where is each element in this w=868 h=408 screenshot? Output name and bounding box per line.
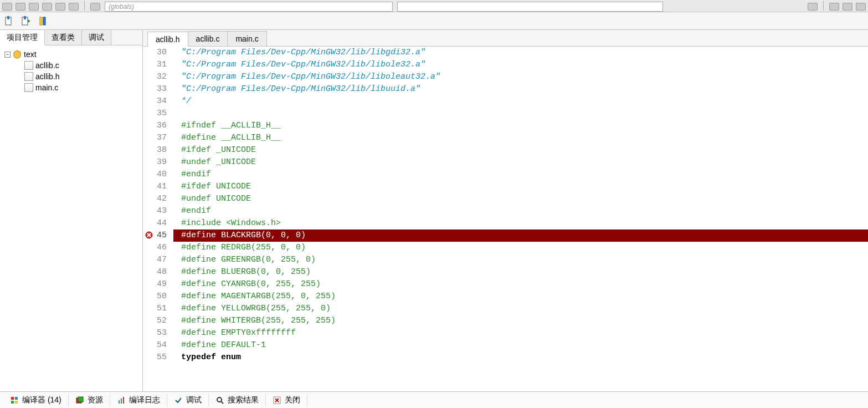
code-line[interactable]: 45#define BLACKRGB(0, 0, 0) — [143, 230, 868, 242]
code-line[interactable]: 38#ifdef _UNICODE — [143, 144, 868, 156]
editor-tab-acllib_h[interactable]: acllib.h — [147, 32, 188, 47]
code-text[interactable]: #define EMPTY0xffffffff — [173, 327, 868, 339]
toolbar-icon[interactable] — [42, 3, 52, 11]
editor-tab-acllib_c[interactable]: acllib.c — [188, 31, 228, 46]
gutter[interactable]: 31 — [143, 59, 173, 71]
code-line[interactable]: 35 — [143, 108, 868, 120]
code-text[interactable]: "C:/Program Files/Dev-Cpp/MinGW32/lib/li… — [173, 83, 868, 95]
toolbar-icon[interactable] — [55, 3, 65, 11]
code-text[interactable]: #include <Windows.h> — [173, 217, 868, 230]
gutter[interactable]: 30 — [143, 47, 173, 59]
code-text[interactable]: "C:/Program Files/Dev-Cpp/MinGW32/lib/li… — [173, 59, 868, 71]
tree-file[interactable]: acllib.c — [2, 60, 140, 71]
code-line[interactable]: 42#undef UNICODE — [143, 193, 868, 205]
code-text[interactable]: #define BLUERGB(0, 0, 255) — [173, 266, 868, 278]
gutter[interactable]: 32 — [143, 71, 173, 83]
toolbar-icon[interactable] — [829, 3, 839, 11]
code-line[interactable]: 32"C:/Program Files/Dev-Cpp/MinGW32/lib/… — [143, 71, 868, 83]
prev-bookmark-button[interactable] — [20, 15, 32, 27]
code-text[interactable]: #ifndef __ACLLIB_H__ — [173, 120, 868, 132]
toolbar-icon[interactable] — [29, 3, 39, 11]
gutter[interactable]: 47 — [143, 254, 173, 266]
code-text[interactable]: "C:/Program Files/Dev-Cpp/MinGW32/lib/li… — [173, 47, 868, 59]
gutter[interactable]: 49 — [143, 278, 173, 290]
gutter[interactable]: 52 — [143, 315, 173, 327]
toolbar-icon[interactable] — [90, 3, 100, 11]
code-text[interactable]: #define BLACKRGB(0, 0, 0) — [173, 230, 868, 242]
gutter[interactable]: 46 — [143, 242, 173, 254]
code-text[interactable]: #define WHITERGB(255, 255, 255) — [173, 315, 868, 327]
code-text[interactable]: #define DEFAULT-1 — [173, 339, 868, 351]
code-line[interactable]: 50#define MAGENTARGB(255, 0, 255) — [143, 290, 868, 303]
code-line[interactable]: 44#include <Windows.h> — [143, 217, 868, 230]
toggle-bookmark-button[interactable] — [3, 15, 16, 27]
gutter[interactable]: 44 — [143, 217, 173, 230]
bottom-tab-log[interactable]: 编译日志 — [110, 394, 167, 407]
gutter[interactable]: 43 — [143, 205, 173, 217]
sidebar-tab-debug[interactable]: 调试 — [82, 30, 111, 45]
project-tree[interactable]: −textacllib.cacllib.hmain.c — [0, 45, 142, 391]
tree-file[interactable]: main.c — [2, 82, 140, 93]
code-line[interactable]: 47#define GREENRGB(0, 255, 0) — [143, 254, 868, 266]
toolbar-icon[interactable] — [843, 3, 852, 11]
gutter[interactable]: 51 — [143, 303, 173, 315]
code-text[interactable]: #define CYANRGB(0, 255, 255) — [173, 278, 868, 290]
gutter[interactable]: 50 — [143, 290, 173, 303]
next-bookmark-button[interactable] — [37, 15, 49, 27]
gutter[interactable]: 36 — [143, 120, 173, 132]
globals-combo[interactable]: (globals) — [105, 2, 393, 12]
gutter[interactable]: 45 — [143, 230, 173, 242]
editor-tab-main_c[interactable]: main.c — [227, 31, 266, 46]
code-line[interactable]: 48#define BLUERGB(0, 0, 255) — [143, 266, 868, 278]
code-text[interactable]: "C:/Program Files/Dev-Cpp/MinGW32/lib/li… — [173, 71, 868, 83]
gutter[interactable]: 39 — [143, 156, 173, 169]
bottom-tab-resources[interactable]: 资源 — [69, 394, 110, 407]
code-text[interactable]: #define __ACLLIB_H__ — [173, 132, 868, 144]
code-text[interactable]: #endif — [173, 205, 868, 217]
code-line[interactable]: 31"C:/Program Files/Dev-Cpp/MinGW32/lib/… — [143, 59, 868, 71]
code-line[interactable]: 41#ifdef UNICODE — [143, 181, 868, 193]
code-text[interactable]: #define MAGENTARGB(255, 0, 255) — [173, 290, 868, 303]
gutter[interactable]: 35 — [143, 108, 173, 120]
gutter[interactable]: 55 — [143, 351, 173, 364]
code-line[interactable]: 40#endif — [143, 169, 868, 181]
code-line[interactable]: 37#define __ACLLIB_H__ — [143, 132, 868, 144]
gutter[interactable]: 33 — [143, 83, 173, 95]
gutter[interactable]: 42 — [143, 193, 173, 205]
bottom-tab-compiler[interactable]: 编译器 (14) — [3, 394, 69, 407]
code-text[interactable]: #ifdef _UNICODE — [173, 144, 868, 156]
tree-root[interactable]: −text — [2, 49, 140, 60]
code-line[interactable]: 52#define WHITERGB(255, 255, 255) — [143, 315, 868, 327]
gutter[interactable]: 37 — [143, 132, 173, 144]
code-line[interactable]: 39#undef _UNICODE — [143, 156, 868, 169]
code-line[interactable]: 30"C:/Program Files/Dev-Cpp/MinGW32/lib/… — [143, 47, 868, 59]
code-text[interactable]: #endif — [173, 169, 868, 181]
gutter[interactable]: 34 — [143, 95, 173, 108]
code-line[interactable]: 36#ifndef __ACLLIB_H__ — [143, 120, 868, 132]
code-text[interactable]: typedef enum — [173, 351, 868, 364]
code-line[interactable]: 55typedef enum — [143, 351, 868, 364]
code-line[interactable]: 53#define EMPTY0xffffffff — [143, 327, 868, 339]
gutter[interactable]: 48 — [143, 266, 173, 278]
code-text[interactable]: #ifdef UNICODE — [173, 181, 868, 193]
code-line[interactable]: 49#define CYANRGB(0, 255, 255) — [143, 278, 868, 290]
tree-toggle-icon[interactable]: − — [4, 52, 11, 58]
sidebar-tab-classes[interactable]: 查看类 — [45, 30, 82, 45]
toolbar-icon[interactable] — [856, 3, 866, 11]
tree-file[interactable]: acllib.h — [2, 71, 140, 82]
toolbar-icon[interactable] — [2, 3, 12, 11]
code-line[interactable]: 43#endif — [143, 205, 868, 217]
bottom-tab-close[interactable]: 关闭 — [266, 394, 307, 407]
toolbar-icon[interactable] — [808, 3, 818, 11]
code-line[interactable]: 51#define YELLOWRGB(255, 255, 0) — [143, 303, 868, 315]
code-text[interactable]: #define YELLOWRGB(255, 255, 0) — [173, 303, 868, 315]
code-line[interactable]: 34*/ — [143, 95, 868, 108]
bottom-tab-search[interactable]: 搜索结果 — [209, 394, 266, 407]
code-text[interactable]: */ — [173, 95, 868, 108]
code-line[interactable]: 54#define DEFAULT-1 — [143, 339, 868, 351]
gutter[interactable]: 54 — [143, 339, 173, 351]
code-editor[interactable]: 30"C:/Program Files/Dev-Cpp/MinGW32/lib/… — [143, 47, 868, 391]
code-line[interactable]: 33"C:/Program Files/Dev-Cpp/MinGW32/lib/… — [143, 83, 868, 95]
gutter[interactable]: 40 — [143, 169, 173, 181]
code-text[interactable]: #define GREENRGB(0, 255, 0) — [173, 254, 868, 266]
